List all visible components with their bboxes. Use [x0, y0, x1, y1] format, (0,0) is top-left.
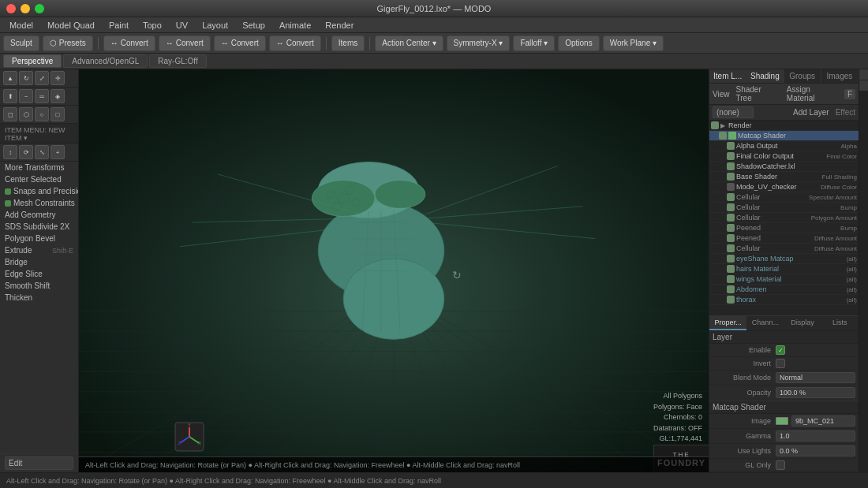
presets-button[interactable]: ⬡ Presets — [43, 35, 93, 51]
tab-ray-gl[interactable]: Ray-GL:Off — [149, 54, 206, 68]
eye-matcap[interactable] — [719, 132, 727, 140]
tool-c[interactable]: ○ — [35, 107, 49, 121]
convert-button-2[interactable]: ↔ Convert — [159, 35, 211, 51]
shader-thorax[interactable]: thorax (all) — [709, 295, 859, 305]
options-button[interactable]: Options — [558, 35, 599, 51]
props-tab-display[interactable]: Display — [784, 316, 821, 330]
eye-abdomen[interactable] — [727, 285, 735, 293]
sculpt-button[interactable]: Sculpt — [3, 35, 39, 51]
mesh-constraints[interactable]: Mesh Constraints — [0, 197, 78, 209]
menu-model-quad[interactable]: Model Quad — [41, 19, 101, 32]
viewport[interactable]: ↻ Y X Z All Polygons Polygons: Face — [79, 69, 709, 472]
tool-e[interactable]: ↕ — [3, 145, 17, 159]
polygon-bevel[interactable]: Polygon Bevel — [0, 233, 78, 244]
extrude[interactable]: Extrude Shift-E — [0, 244, 78, 256]
center-selected[interactable]: Center Selected — [0, 173, 78, 185]
eye-uv[interactable] — [727, 183, 735, 191]
sds-subdivide[interactable]: SDS Subdivide 2X — [0, 221, 78, 233]
shader-cellular-1[interactable]: Cellular Specular Amount — [709, 192, 859, 203]
shader-abdomen[interactable]: Abdomen (all) — [709, 285, 859, 295]
props-tab-chann[interactable]: Chann... — [746, 316, 784, 330]
shader-mode-uv[interactable]: Mode_UV_checker Diffuse Color — [709, 182, 859, 192]
menu-setup[interactable]: Setup — [236, 19, 271, 32]
props-tab-proper[interactable]: Proper... — [709, 316, 746, 330]
scale-tool[interactable]: ⤢ — [35, 71, 49, 85]
bridge[interactable]: Bridge — [0, 256, 78, 268]
shader-peened-2[interactable]: Peened Diffuse Amount — [709, 233, 859, 244]
edit-dropdown[interactable]: Edit — [5, 456, 73, 470]
maximize-button[interactable] — [35, 4, 44, 13]
rotate-tool[interactable]: ↻ — [19, 71, 33, 85]
gl-only-checkbox[interactable] — [776, 460, 785, 470]
shader-tree-label[interactable]: Shader Tree — [733, 85, 780, 102]
shader-hairs[interactable]: hairs Material (all) — [709, 264, 859, 274]
shader-cellular-2[interactable]: Cellular Bump — [709, 203, 859, 213]
blend-mode-value[interactable]: Normal — [776, 372, 855, 383]
shader-peened-1[interactable]: Peened Bump — [709, 223, 859, 233]
falloff-button[interactable]: Falloff ▾ — [513, 35, 555, 51]
eye-cellular2[interactable] — [727, 203, 735, 211]
shader-base[interactable]: Base Shader Full Shading — [709, 172, 859, 182]
shader-wings[interactable]: wings Material (all) — [709, 274, 859, 285]
eye-hairs[interactable] — [727, 265, 735, 273]
items-button[interactable]: Items — [331, 35, 365, 51]
close-button[interactable] — [6, 4, 16, 13]
props-tab-lists[interactable]: Lists — [821, 316, 859, 330]
eye-alpha[interactable] — [727, 142, 735, 150]
work-plane-button[interactable]: Work Plane ▾ — [603, 35, 664, 51]
add-layer-button[interactable]: Add Layer — [793, 108, 829, 117]
convert-button-3[interactable]: ↔ Convert — [214, 35, 266, 51]
shader-final-color[interactable]: Final Color Output Final Color — [709, 151, 859, 162]
image-value[interactable]: 9b_MC_021 — [791, 415, 855, 427]
enable-checkbox[interactable]: ✓ — [776, 345, 785, 355]
strip-btn-2[interactable] — [859, 80, 868, 91]
menu-model[interactable]: Model — [3, 19, 39, 32]
smooth-shift[interactable]: Smooth Shift — [0, 280, 78, 292]
menu-animate[interactable]: Animate — [273, 19, 317, 32]
eye-final[interactable] — [727, 152, 735, 160]
assign-material-label[interactable]: Assign Material — [784, 85, 841, 102]
smooth-tool[interactable]: ~ — [19, 89, 33, 103]
minimize-button[interactable] — [21, 4, 30, 13]
symmetry-button[interactable]: Symmetry-X ▾ — [447, 35, 511, 51]
menu-render[interactable]: Render — [319, 19, 360, 32]
filter-button[interactable]: F — [844, 89, 855, 99]
edge-slice[interactable]: Edge Slice — [0, 268, 78, 280]
tab-groups[interactable]: Groups — [784, 69, 821, 83]
shader-matcap[interactable]: Matcap Shader — [709, 131, 859, 141]
invert-checkbox[interactable] — [776, 359, 785, 368]
tool-g[interactable]: ⤡ — [35, 145, 49, 159]
eye-eyeshane[interactable] — [727, 255, 735, 263]
menu-layout[interactable]: Layout — [196, 19, 234, 32]
more-transforms[interactable]: More Transforms — [0, 162, 78, 173]
erase-tool[interactable]: ◻ — [3, 107, 17, 121]
none-dropdown[interactable]: (none) — [713, 106, 754, 118]
shader-alpha[interactable]: Alpha Output Alpha — [709, 141, 859, 151]
shader-cellular-4[interactable]: Cellular Diffuse Amount — [709, 244, 859, 254]
eye-render[interactable] — [711, 121, 719, 129]
tool-f[interactable]: ⟳ — [19, 145, 33, 159]
tool-d[interactable]: □ — [51, 107, 65, 121]
shader-tree[interactable]: ▶ Render Matcap Shader Alpha Output Alph… — [709, 121, 859, 315]
tab-item-list[interactable]: Item L... — [709, 69, 746, 83]
use-lights-value[interactable]: 0.0 % — [776, 445, 855, 456]
eye-cellular4[interactable] — [727, 244, 735, 252]
shader-shadowcatcher[interactable]: ShadowCatcher.lxl — [709, 162, 859, 172]
gamma-value[interactable]: 1.0 — [776, 430, 855, 441]
menu-topo[interactable]: Topo — [137, 19, 168, 32]
thicken[interactable]: Thicken — [0, 292, 78, 304]
eye-cellular1[interactable] — [727, 193, 735, 201]
opacity-value[interactable]: 100.0 % — [776, 387, 855, 398]
convert-button-4[interactable]: ↔ Convert — [269, 35, 321, 51]
tab-perspective[interactable]: Perspective — [3, 54, 62, 68]
menu-uv[interactable]: UV — [170, 19, 194, 32]
menu-paint[interactable]: Paint — [103, 19, 135, 32]
add-geometry[interactable]: Add Geometry — [0, 209, 78, 221]
flatten-tool[interactable]: ═ — [35, 89, 49, 103]
transform-tool[interactable]: ✛ — [51, 71, 65, 85]
eye-thorax[interactable] — [727, 296, 735, 304]
tab-advanced-opengl[interactable]: Advanced/OpenGL — [63, 54, 148, 68]
eye-peened2[interactable] — [727, 234, 735, 242]
tab-images[interactable]: Images — [821, 69, 859, 83]
eye-cellular3[interactable] — [727, 214, 735, 222]
